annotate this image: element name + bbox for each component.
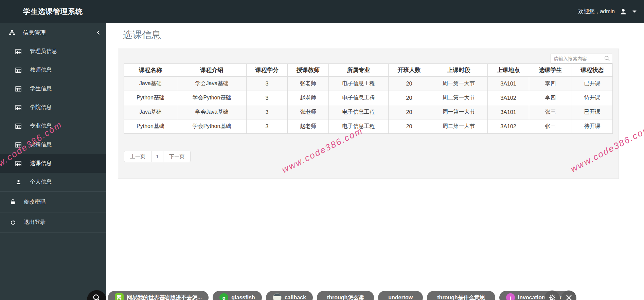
sidebar-item-personal-info[interactable]: 个人信息 xyxy=(0,173,106,191)
suggestion-tag[interactable]: through是什么意思 xyxy=(427,291,495,300)
search-box xyxy=(551,54,612,63)
sidebar-item-student-info[interactable]: 学生信息 xyxy=(0,79,106,98)
table-header-row: 课程名称课程介绍课程学分授课教师所属专业开班人数上课时段上课地点选课学生课程状态 xyxy=(124,64,613,77)
suggestion-tag[interactable]: undertow xyxy=(378,291,423,300)
welcome-text: 欢迎您，admin xyxy=(578,8,615,15)
sidebar-item-label: 学院信息 xyxy=(30,104,52,111)
caret-down-icon xyxy=(632,11,637,13)
column-header: 选课学生 xyxy=(529,64,572,77)
column-header: 课程名称 xyxy=(124,64,177,77)
sidebar-item-label: 修改密码 xyxy=(24,199,46,206)
suggestion-tag[interactable]: callback xyxy=(266,291,313,300)
suggestion-tag[interactable]: gglassfish xyxy=(213,291,262,300)
table-cell: 李四 xyxy=(529,91,572,105)
content-card: 课程名称课程介绍课程学分授课教师所属专业开班人数上课时段上课地点选课学生课程状态… xyxy=(118,49,619,179)
sidebar-item-label: 专业信息 xyxy=(30,123,52,130)
page-number-button[interactable]: 1 xyxy=(151,151,163,162)
table-cell: 周一第一大节 xyxy=(430,105,488,119)
app-window: 学生选课管理系统 欢迎您，admin 信息管理 管 xyxy=(0,0,644,300)
table-row: Java基础学会Java基础3张老师电子信息工程20周一第一大节3A101李四已… xyxy=(124,77,613,91)
suggestion-tag[interactable]: 网网易我的世界基岩版进不去怎... xyxy=(108,291,209,300)
user-menu[interactable]: 欢迎您，admin xyxy=(578,0,637,23)
table-cell: 周二第一大节 xyxy=(430,119,488,134)
user-icon xyxy=(15,179,22,185)
column-header: 课程介绍 xyxy=(177,64,247,77)
thumbnail-icon xyxy=(273,293,282,300)
table-cell: 3A102 xyxy=(488,119,529,134)
column-header: 上课时段 xyxy=(430,64,488,77)
table-cell: 20 xyxy=(389,77,430,91)
user-icon xyxy=(620,8,627,15)
table-icon xyxy=(15,68,22,73)
suggestion-tag-label: glassfish xyxy=(231,295,255,300)
sidebar-item-label: 课程信息 xyxy=(30,141,52,148)
search-input[interactable] xyxy=(551,54,612,63)
netease-icon: 网 xyxy=(115,293,124,300)
table-icon xyxy=(15,86,22,92)
table-cell: 3A101 xyxy=(488,77,529,91)
table-icon xyxy=(15,105,22,110)
table-icon xyxy=(15,142,22,148)
gear-icon xyxy=(548,294,556,300)
table-cell: 电子信息工程 xyxy=(329,91,389,105)
main-content: 选课信息 课程名称课程介绍课程学分授课教师所属专业开班人数上课时段上课地点选课学… xyxy=(106,23,644,300)
table-cell: 3A101 xyxy=(488,105,529,119)
sidebar-item-logout[interactable]: 退出登录 xyxy=(0,212,106,233)
sidebar-footer: 修改密码退出登录 xyxy=(0,191,106,233)
sidebar-item-admin-info[interactable]: 管理员信息 xyxy=(0,42,106,61)
sidebar-item-label: 管理员信息 xyxy=(30,48,57,55)
sidebar-item-label: 个人信息 xyxy=(30,179,52,186)
prev-page-button[interactable]: 上一页 xyxy=(124,151,151,162)
suggestion-tag-label: through是什么意思 xyxy=(437,294,485,300)
sidebar-item-label: 退出登录 xyxy=(24,219,46,226)
table-cell: 周一第一大节 xyxy=(430,77,488,91)
sidebar-item-label: 信息管理 xyxy=(23,29,46,37)
sidebar-item-course-info[interactable]: 课程信息 xyxy=(0,135,106,154)
table-cell: Python基础 xyxy=(124,91,177,105)
suggestion-tag-label: through怎么读 xyxy=(327,294,364,300)
table-cell: 学会Java基础 xyxy=(177,105,247,119)
table-cell: Java基础 xyxy=(124,77,177,91)
close-icon xyxy=(566,294,572,300)
column-header: 课程学分 xyxy=(247,64,288,77)
suggestion-tag[interactable]: iinvocationhandler xyxy=(499,291,572,300)
top-header: 学生选课管理系统 欢迎您，admin xyxy=(0,0,644,23)
sidebar-item-major-info[interactable]: 专业信息 xyxy=(0,117,106,135)
search-icon xyxy=(604,55,610,63)
table-icon xyxy=(15,49,22,54)
table-icon xyxy=(15,124,22,129)
table-cell: 20 xyxy=(389,119,430,134)
table-cell: 待开课 xyxy=(572,91,613,105)
suggestion-tag-label: callback xyxy=(285,295,306,300)
sidebar-item-change-password[interactable]: 修改密码 xyxy=(0,191,106,212)
suggestion-tag-bar: 网网易我的世界基岩版进不去怎...gglassfishcallbackthrou… xyxy=(108,291,572,300)
table-cell: 学会Python基础 xyxy=(177,91,247,105)
table-cell: 张三 xyxy=(529,119,572,134)
sidebar-item-info-management[interactable]: 信息管理 xyxy=(0,23,106,42)
column-header: 开班人数 xyxy=(389,64,430,77)
sidebar-item-teacher-info[interactable]: 教师信息 xyxy=(0,61,106,79)
table-cell: 20 xyxy=(389,105,430,119)
table-row: Python基础学会Python基础3赵老师电子信息工程20周二第一大节3A10… xyxy=(124,91,613,105)
column-header: 上课地点 xyxy=(488,64,529,77)
table-cell: 3 xyxy=(247,105,288,119)
sidebar-item-college-info[interactable]: 学院信息 xyxy=(0,98,106,117)
sidebar-item-course-selection-info[interactable]: 选课信息 xyxy=(0,154,106,173)
table-cell: 3 xyxy=(247,91,288,105)
table-cell: Python基础 xyxy=(124,119,177,134)
table-cell: 赵老师 xyxy=(288,119,329,134)
table-cell: 已开课 xyxy=(572,105,613,119)
table-cell: 电子信息工程 xyxy=(329,119,389,134)
table-cell: 学会Java基础 xyxy=(177,77,247,91)
app-brand: 学生选课管理系统 xyxy=(0,0,106,23)
table-cell: 3 xyxy=(247,77,288,91)
sidebar: 信息管理 管理员信息教师信息学生信息学院信息专业信息课程信息选课信息个人信息 修… xyxy=(0,23,106,300)
table-row: Java基础学会Java基础3张老师电子信息工程20周一第一大节3A101张三已… xyxy=(124,105,613,119)
course-selection-table: 课程名称课程介绍课程学分授课教师所属专业开班人数上课时段上课地点选课学生课程状态… xyxy=(124,63,613,134)
next-page-button[interactable]: 下一页 xyxy=(163,151,191,162)
table-cell: 待开课 xyxy=(572,119,613,134)
suggestion-tag-label: 网易我的世界基岩版进不去怎... xyxy=(127,294,202,300)
table-cell: 张老师 xyxy=(288,77,329,91)
suggestion-tag[interactable]: through怎么读 xyxy=(317,291,374,300)
table-cell: 张老师 xyxy=(288,105,329,119)
